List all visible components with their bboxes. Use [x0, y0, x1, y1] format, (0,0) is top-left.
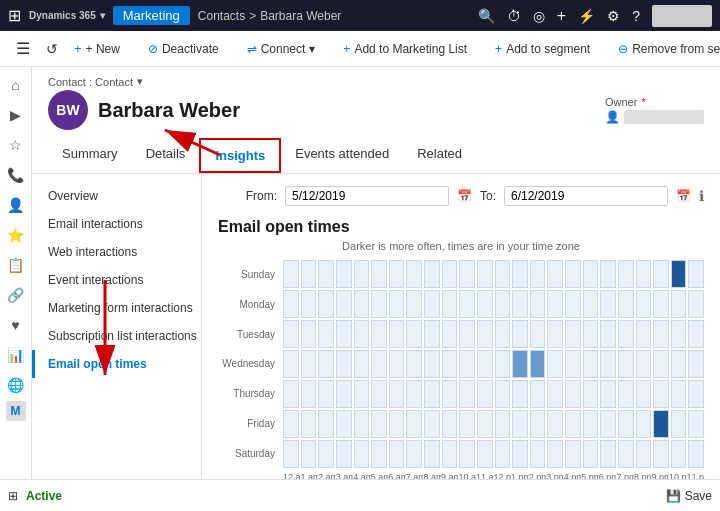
settings-icon[interactable]: ⚙: [607, 8, 620, 24]
nav-marketing-form[interactable]: Marketing form interactions: [32, 294, 201, 322]
heatmap-cell: [495, 410, 511, 438]
date-from-input[interactable]: [285, 186, 449, 206]
content-area: Contact : Contact ▾ BW Barbara Weber Own…: [32, 67, 720, 479]
avatar: BW: [48, 90, 88, 130]
save-button[interactable]: 💾 Save: [666, 489, 712, 503]
x-label: 5 pm: [581, 472, 599, 479]
heatmap-cell: [477, 260, 493, 288]
sidebar-icon-logo[interactable]: M: [6, 401, 26, 421]
module-label[interactable]: Marketing: [113, 6, 190, 25]
x-label: 2 am: [318, 472, 336, 479]
add-marketing-list-button[interactable]: + Add to Marketing List: [335, 38, 475, 60]
heatmap-cell: [547, 320, 563, 348]
connect-button[interactable]: ⇌ Connect ▾: [239, 38, 324, 60]
sidebar-icon-back[interactable]: ▶: [2, 101, 30, 129]
app-name[interactable]: Dynamics 365 ▾: [29, 10, 105, 21]
sidebar-icon-home[interactable]: ⌂: [2, 71, 30, 99]
heatmap-cell: [318, 440, 334, 468]
heatmap-cell: [565, 350, 581, 378]
date-to-input[interactable]: [504, 186, 668, 206]
heatmap-cell: [636, 290, 652, 318]
tab-events[interactable]: Events attended: [281, 138, 403, 173]
deactivate-button[interactable]: ⊘ Deactivate: [140, 38, 227, 60]
heatmap-cell: [318, 320, 334, 348]
heatmap-cell: [530, 290, 546, 318]
from-label: From:: [246, 189, 277, 203]
sidebar-icon-contact[interactable]: 👤: [2, 191, 30, 219]
heatmap-cell: [336, 260, 352, 288]
nav-email-open-times[interactable]: Email open times: [32, 350, 201, 378]
sidebar-icon-phone[interactable]: 📞: [2, 161, 30, 189]
heatmap-cell: [336, 320, 352, 348]
info-icon[interactable]: ℹ: [699, 188, 704, 204]
nav-email-interactions[interactable]: Email interactions: [32, 210, 201, 238]
hamburger-icon[interactable]: ☰: [8, 35, 38, 62]
x-label: 8 pm: [634, 472, 652, 479]
remove-segment-button[interactable]: ⊖ Remove from segment: [610, 38, 720, 60]
heatmap-cell: [389, 380, 405, 408]
tab-details[interactable]: Details: [132, 138, 200, 173]
type-chevron-icon[interactable]: ▾: [137, 75, 143, 88]
heatmap-cell: [442, 410, 458, 438]
help-icon[interactable]: ?: [632, 8, 640, 24]
sidebar-icon-heart[interactable]: ♥: [2, 311, 30, 339]
status-expand-icon[interactable]: ⊞: [8, 489, 18, 503]
x-label: 6 pm: [599, 472, 617, 479]
add-segment-button[interactable]: + Add to segment: [487, 38, 598, 60]
to-label: To:: [480, 189, 496, 203]
chart-toolbar: From: 📅 To: 📅 ℹ: [218, 186, 704, 206]
heatmap-cell: [565, 440, 581, 468]
heatmap-cell: [354, 350, 370, 378]
sidebar-icon-web[interactable]: 🌐: [2, 371, 30, 399]
deactivate-icon: ⊘: [148, 42, 158, 56]
x-label: 7 pm: [616, 472, 634, 479]
heatmap-cell: [354, 380, 370, 408]
heatmap-cell: [547, 290, 563, 318]
heatmap-cell: [459, 440, 475, 468]
sidebar-icon-chart[interactable]: 📊: [2, 341, 30, 369]
tab-insights[interactable]: Insights: [199, 138, 281, 173]
heatmap-cell: [600, 320, 616, 348]
nav-subscription[interactable]: Subscription list interactions: [32, 322, 201, 350]
heatmap-cell: [583, 380, 599, 408]
recent-icon[interactable]: ⏱: [507, 8, 521, 24]
filter-icon[interactable]: ⚡: [578, 8, 595, 24]
heatmap-cells: [283, 260, 704, 468]
sidebar-icon-link[interactable]: 🔗: [2, 281, 30, 309]
x-label: 6 am: [388, 472, 406, 479]
owner-value[interactable]: [624, 110, 704, 124]
sidebar-icon-star[interactable]: ☆: [2, 131, 30, 159]
nav-overview[interactable]: Overview: [32, 182, 201, 210]
add-icon[interactable]: +: [557, 7, 566, 25]
nav-web-interactions[interactable]: Web interactions: [32, 238, 201, 266]
tab-summary[interactable]: Summary: [48, 138, 132, 173]
heatmap-cell: [442, 350, 458, 378]
refresh-icon[interactable]: ↺: [42, 37, 62, 61]
heatmap-cell: [318, 350, 334, 378]
heatmap-cell: [671, 440, 687, 468]
nav-event-interactions[interactable]: Event interactions: [32, 266, 201, 294]
sidebar-icon-rating[interactable]: ⭐: [2, 221, 30, 249]
heatmap-cell: [389, 410, 405, 438]
new-button[interactable]: + + New: [66, 37, 128, 60]
user-avatar[interactable]: [652, 5, 712, 27]
search-icon[interactable]: 🔍: [478, 8, 495, 24]
tab-related[interactable]: Related: [403, 138, 476, 173]
heatmap-cell: [283, 290, 299, 318]
calendar-icon-to[interactable]: 📅: [676, 189, 691, 203]
heatmap-cell: [530, 260, 546, 288]
location-icon[interactable]: ◎: [533, 8, 545, 24]
heatmap-cell: [636, 410, 652, 438]
heatmap-row: [283, 410, 704, 438]
record-type: Contact : Contact ▾: [48, 75, 704, 88]
heatmap-cell: [477, 380, 493, 408]
sidebar-icon-docs[interactable]: 📋: [2, 251, 30, 279]
y-label-friday: Friday: [218, 409, 275, 437]
heatmap-cell: [565, 410, 581, 438]
heatmap-cell: [318, 260, 334, 288]
grid-icon[interactable]: ⊞: [8, 6, 21, 25]
heatmap-cell: [424, 290, 440, 318]
calendar-icon-from[interactable]: 📅: [457, 189, 472, 203]
heatmap-cell: [512, 290, 528, 318]
breadcrumb-contacts[interactable]: Contacts: [198, 9, 245, 23]
